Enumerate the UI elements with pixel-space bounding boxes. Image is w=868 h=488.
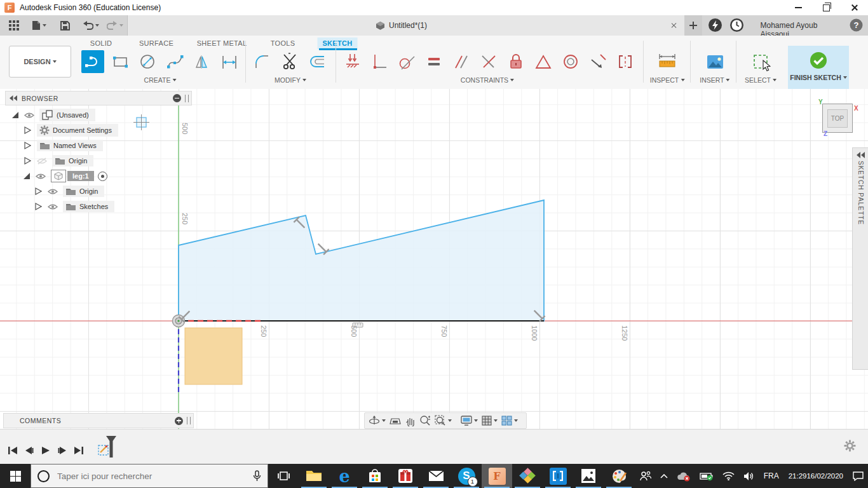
browser-row-named-views[interactable]: Named Views xyxy=(24,139,103,152)
constraint-fix-button[interactable] xyxy=(505,50,527,73)
document-tab[interactable]: Untitled*(1) xyxy=(127,15,685,36)
constraint-polygon-button[interactable] xyxy=(532,50,555,73)
taskbar-mail[interactable] xyxy=(421,464,451,488)
taskbar-gift-app[interactable] xyxy=(390,464,421,488)
document-tab-close-icon[interactable] xyxy=(670,22,677,29)
browser-item-label[interactable]: Sketches xyxy=(79,203,108,210)
file-menu-button[interactable] xyxy=(28,15,50,36)
browser-row-leg1[interactable]: leg:1 xyxy=(23,169,107,183)
volume-status[interactable] xyxy=(739,464,759,488)
activate-component-radio[interactable] xyxy=(98,172,107,181)
browser-item-label[interactable]: (Unsaved) xyxy=(57,111,89,119)
offset-tool-button[interactable] xyxy=(306,50,329,73)
browser-item-label[interactable]: Document Settings xyxy=(53,126,112,134)
display-settings-button[interactable] xyxy=(459,416,479,426)
fillet-tool-button[interactable] xyxy=(250,50,273,73)
browser-item-label[interactable]: Origin xyxy=(79,187,98,195)
help-button[interactable]: ? xyxy=(850,18,863,32)
browser-collapse-all-button[interactable] xyxy=(173,94,181,102)
add-comment-button[interactable] xyxy=(175,417,183,425)
trim-tool-button[interactable] xyxy=(278,50,301,73)
close-button[interactable] xyxy=(840,0,868,15)
viewcube[interactable]: TOP xyxy=(822,104,853,133)
collapsed-arrow-icon[interactable] xyxy=(35,187,42,195)
tab-sketch[interactable]: SKETCH xyxy=(317,37,357,49)
eye-icon[interactable] xyxy=(36,173,46,180)
microphone-icon[interactable] xyxy=(253,470,261,482)
browser-row-document[interactable]: (Unsaved) xyxy=(11,108,95,122)
collapsed-arrow-icon[interactable] xyxy=(24,126,31,134)
insert-tool-button[interactable] xyxy=(703,50,726,73)
timeline-step-forward-button[interactable] xyxy=(55,443,70,458)
viewcube-top-face[interactable]: TOP xyxy=(827,109,848,128)
tab-tools[interactable]: TOOLS xyxy=(266,37,301,49)
taskbar-file-explorer[interactable] xyxy=(299,464,329,488)
app-grid-button[interactable] xyxy=(5,15,23,36)
timeline-marker[interactable] xyxy=(105,436,117,458)
grid-snap-button[interactable] xyxy=(480,416,499,426)
collapse-browser-icon[interactable] xyxy=(10,95,18,101)
comments-grip-icon[interactable] xyxy=(187,417,191,424)
constraint-curvature-button[interactable] xyxy=(614,50,637,73)
taskbar-photos[interactable] xyxy=(573,464,604,488)
zoom-window-button[interactable] xyxy=(433,415,453,426)
sketch-palette-strip[interactable]: SKETCH PALETTE xyxy=(852,147,868,370)
look-at-button[interactable] xyxy=(388,416,402,426)
wifi-status[interactable] xyxy=(718,464,739,488)
constraint-symmetry-button[interactable] xyxy=(587,50,609,73)
save-button[interactable] xyxy=(57,15,74,36)
people-button[interactable] xyxy=(635,464,656,488)
sketch-canvas[interactable]: 250 500 750 1000 1250 500 250 xyxy=(0,89,868,429)
orbit-button[interactable] xyxy=(367,415,387,426)
clock[interactable]: 21:29 16/02/2020 xyxy=(783,464,848,488)
taskbar-store[interactable] xyxy=(360,464,390,488)
line-tool-button[interactable] xyxy=(81,50,104,73)
group-select[interactable]: SELECT xyxy=(745,76,776,84)
workspace-selector[interactable]: DESIGN xyxy=(9,46,71,78)
tab-solid[interactable]: SOLID xyxy=(85,37,118,49)
group-create[interactable]: CREATE xyxy=(144,76,177,84)
action-center-button[interactable] xyxy=(848,464,868,488)
viewports-button[interactable] xyxy=(500,416,519,426)
dimension-tool-button[interactable] xyxy=(218,50,241,73)
taskbar-search[interactable] xyxy=(31,464,268,488)
sketch-profile[interactable] xyxy=(179,200,544,321)
constraint-equal-button[interactable] xyxy=(423,50,445,73)
browser-header[interactable]: BROWSER xyxy=(5,91,192,105)
browser-row-document-settings[interactable]: Document Settings xyxy=(24,123,118,137)
timeline-go-end-button[interactable] xyxy=(71,443,86,458)
restore-button[interactable] xyxy=(812,0,840,15)
group-constraints[interactable]: CONSTRAINTS xyxy=(461,76,514,84)
zoom-button[interactable] xyxy=(418,415,432,426)
rectangle-tool-button[interactable] xyxy=(109,50,132,73)
inspect-tool-button[interactable] xyxy=(656,50,679,73)
taskbar-skype[interactable]: S 1 xyxy=(451,464,482,488)
collapsed-arrow-icon[interactable] xyxy=(35,203,42,210)
comments-bar[interactable]: COMMENTS xyxy=(3,413,194,428)
browser-row-leg-origin[interactable]: Origin xyxy=(35,184,104,198)
browser-item-label[interactable]: Named Views xyxy=(53,142,97,149)
battery-status[interactable] xyxy=(695,464,718,488)
finish-sketch-button[interactable]: FINISH SKETCH xyxy=(788,46,849,89)
constraint-coincident-button[interactable] xyxy=(368,50,391,73)
group-insert[interactable]: INSERT xyxy=(700,76,729,84)
taskbar-cad-app[interactable] xyxy=(512,464,543,488)
minimize-button[interactable] xyxy=(784,0,812,15)
tray-expand-button[interactable] xyxy=(656,464,672,488)
eye-icon[interactable] xyxy=(48,203,58,210)
constraint-tangent-button[interactable] xyxy=(395,50,418,73)
taskbar-fusion360-active[interactable]: F xyxy=(482,464,512,488)
new-tab-button[interactable] xyxy=(684,15,702,36)
orange-profile-square[interactable] xyxy=(185,328,242,384)
eye-icon[interactable] xyxy=(24,112,34,119)
constraint-horizontal-vertical-button[interactable] xyxy=(341,50,364,73)
mirror-tool-button[interactable] xyxy=(190,50,213,73)
group-inspect[interactable]: INSPECT xyxy=(650,76,685,84)
undo-button[interactable] xyxy=(79,15,103,36)
expanded-arrow-icon[interactable] xyxy=(11,111,19,119)
browser-row-origin[interactable]: Origin xyxy=(24,154,93,168)
collapsed-arrow-icon[interactable] xyxy=(24,157,31,165)
constraint-concentric-button[interactable] xyxy=(559,50,582,73)
taskbar-brackets-app[interactable] xyxy=(543,464,573,488)
tab-surface[interactable]: SURFACE xyxy=(134,37,179,49)
